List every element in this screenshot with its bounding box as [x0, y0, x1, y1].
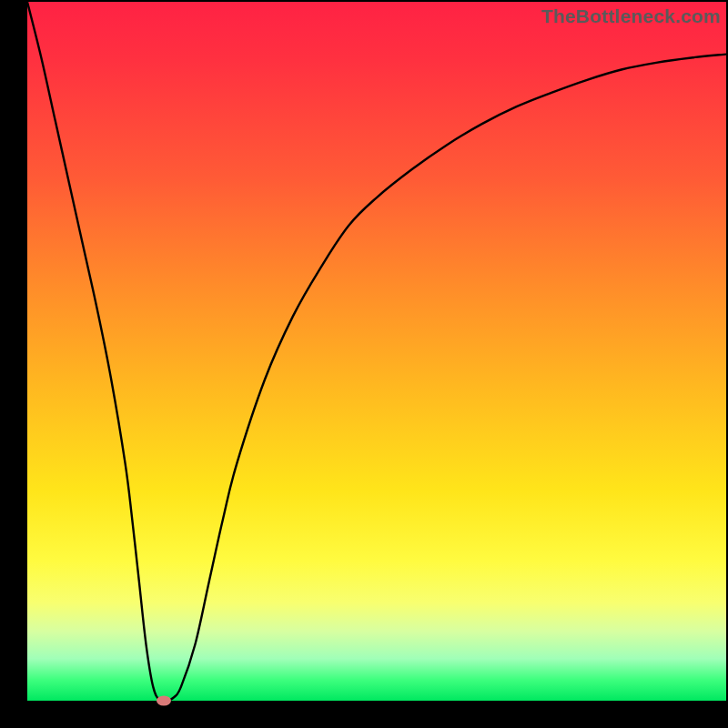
minimum-marker: [157, 696, 171, 706]
plot-area: TheBottleneck.com: [27, 2, 726, 701]
chart-frame: TheBottleneck.com: [0, 0, 728, 728]
bottleneck-curve: [27, 2, 726, 701]
